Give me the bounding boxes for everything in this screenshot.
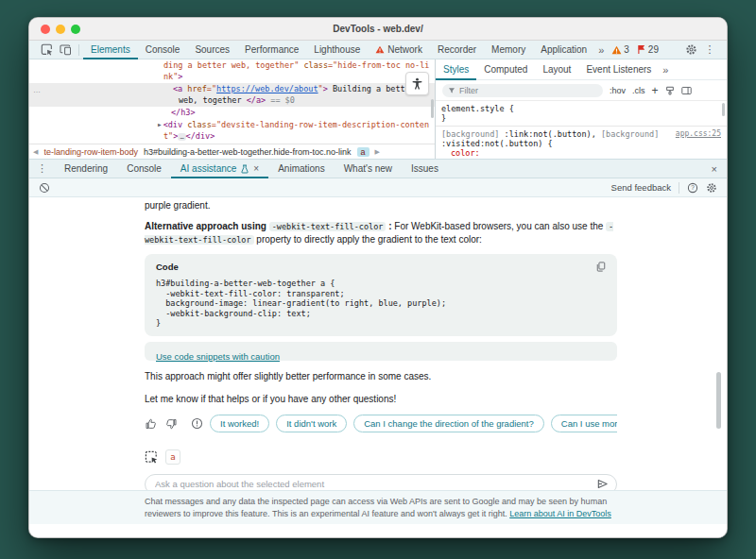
collapsed-content-ellipsis[interactable]: … — [178, 133, 185, 141]
drawer-close-button[interactable]: × — [702, 163, 727, 175]
devtools-drawer: ⋮ Rendering Console AI assistance × Anim… — [29, 159, 727, 537]
tab-event-listeners[interactable]: Event Listeners — [578, 59, 659, 80]
tab-styles[interactable]: Styles — [436, 59, 476, 80]
expand-arrow-icon[interactable]: ▶ — [158, 121, 162, 127]
suggestion-chip[interactable]: It worked! — [210, 415, 269, 432]
ai-tab-close-icon[interactable]: × — [253, 163, 259, 174]
css-rule-selector[interactable]: app.css:25 [background] :link:not(.butto… — [441, 129, 721, 139]
breadcrumb-item-selected[interactable]: a — [357, 147, 369, 157]
drawer-tab-whats-new[interactable]: What's new — [335, 159, 402, 178]
dom-row-selected[interactable]: web, together </a> == $0 — [179, 95, 295, 106]
desktop-background: DevTools - web.dev/ Elements Console Sou… — [0, 0, 756, 559]
new-style-rule-button[interactable]: + — [652, 84, 659, 97]
tab-computed[interactable]: Computed — [476, 59, 535, 80]
inspect-element-button[interactable] — [37, 42, 56, 59]
minimize-window-button[interactable] — [56, 25, 65, 34]
device-toolbar-button[interactable] — [56, 42, 75, 59]
inline-code: -webkit-text-fill-color — [269, 222, 387, 231]
tab-application[interactable]: Application — [533, 41, 594, 59]
css-property[interactable]: color: — [441, 148, 721, 158]
settings-button[interactable] — [681, 42, 700, 59]
breadcrumb-next-icon[interactable]: ▶ — [375, 148, 380, 156]
stylesheet-source-link[interactable]: app.css:25 — [676, 129, 721, 139]
class-toggle-button[interactable]: .cls — [632, 86, 645, 95]
tab-memory[interactable]: Memory — [484, 41, 533, 59]
breadcrumb: ◀ te-landing-row-item-body h3#building-a… — [29, 144, 435, 159]
tab-sources[interactable]: Sources — [187, 41, 237, 59]
suggestion-chip[interactable]: Can I use more than t — [551, 415, 617, 432]
learn-about-ai-link[interactable]: Learn about AI in DevTools — [509, 509, 611, 518]
devtools-main-area: … ding a better web, together" class="hi… — [29, 59, 727, 159]
send-icon — [596, 478, 609, 490]
tab-layout[interactable]: Layout — [535, 59, 578, 80]
dom-row[interactable]: t">…</div> — [163, 131, 215, 143]
gear-icon — [685, 43, 697, 56]
dom-row-selected[interactable]: <a href="https://web.dev/about"> Buildin… — [173, 84, 410, 94]
styles-filter-input[interactable]: Filter — [442, 84, 603, 97]
code-block-content[interactable]: h3#building-a-better-web-together a { -w… — [156, 279, 606, 329]
copy-code-button[interactable] — [596, 262, 606, 272]
thumbs-down-icon — [164, 417, 178, 431]
dom-row[interactable]: ▶<div class="devsite-landing-row-item-de… — [158, 119, 429, 130]
selected-element-chip[interactable]: a — [165, 449, 180, 465]
warning-triangle-icon — [611, 45, 622, 55]
drawer-tab-animations[interactable]: Animations — [268, 159, 334, 178]
breadcrumb-item-parent[interactable]: te-landing-row-item-body — [43, 147, 138, 157]
styles-rules: element.style { } app.css:25 [background… — [436, 101, 727, 159]
clear-chat-button[interactable] — [39, 182, 50, 194]
breadcrumb-item-h3[interactable]: h3#building-a-better-web-together.hide-f… — [144, 147, 352, 157]
href-link[interactable]: https://web.dev/about — [216, 84, 318, 93]
dom-row[interactable]: ding a better web, together" class="hide… — [163, 60, 429, 71]
accessibility-person-icon — [411, 77, 423, 90]
code-block: Code h3#building-a-better-web-together a… — [145, 254, 617, 336]
tab-network[interactable]: Network — [368, 41, 430, 59]
issues-badge[interactable]: 29 — [633, 44, 662, 55]
tab-elements[interactable]: Elements — [83, 41, 138, 59]
send-button[interactable] — [596, 478, 609, 490]
styles-more-tabs-button[interactable]: » — [659, 59, 672, 80]
thumbs-up-button[interactable] — [145, 417, 158, 431]
report-button[interactable] — [191, 417, 203, 430]
suggestion-chip[interactable]: Can I change the direction of the gradie… — [353, 415, 544, 432]
styles-sidebar: Styles Computed Layout Event Listeners »… — [436, 59, 727, 159]
rendering-emulation-button[interactable] — [665, 86, 675, 95]
tab-console[interactable]: Console — [138, 41, 188, 59]
dom-row[interactable]: nk"> — [163, 72, 182, 82]
zoom-window-button[interactable] — [71, 25, 80, 34]
close-window-button[interactable] — [41, 25, 50, 34]
tab-lighthouse[interactable]: Lighthouse — [306, 41, 368, 59]
dom-row[interactable]: </h3> — [171, 108, 196, 118]
code-caution-link[interactable]: Use code snippets with caution — [156, 351, 280, 362]
breadcrumb-prev-icon[interactable]: ◀ — [33, 148, 38, 156]
help-button[interactable]: ? — [687, 182, 698, 194]
pseudo-state-button[interactable]: :hov — [610, 86, 626, 95]
elements-scrollbar-thumb[interactable] — [431, 99, 434, 118]
styles-filter-bar: Filter :hov .cls + — [436, 80, 727, 101]
ai-conversation-area: purple gradient. Alternative approach us… — [29, 197, 727, 490]
ask-input[interactable] — [155, 479, 596, 489]
more-tabs-button[interactable]: » — [594, 41, 608, 59]
drawer-tab-bar: ⋮ Rendering Console AI assistance × Anim… — [29, 159, 727, 178]
hover-inspect-badge[interactable] — [405, 72, 429, 95]
send-feedback-link[interactable]: Send feedback — [611, 182, 671, 193]
ai-settings-button[interactable] — [706, 182, 717, 194]
element-style-rule[interactable]: element.style { — [441, 104, 721, 113]
feedback-row: It worked! It didn't work Can I change t… — [145, 414, 617, 434]
select-element-button[interactable] — [145, 450, 158, 464]
node-overflow-ellipsis[interactable]: … — [33, 86, 41, 94]
chat-scrollbar-thumb[interactable] — [716, 372, 721, 429]
drawer-tab-ai-assistance[interactable]: AI assistance × — [171, 159, 268, 178]
suggestion-chip[interactable]: It didn't work — [276, 415, 347, 432]
errors-badge[interactable]: 3 — [608, 44, 633, 55]
tab-performance[interactable]: Performance — [237, 41, 306, 59]
tab-recorder[interactable]: Recorder — [430, 41, 484, 59]
computed-sidebar-toggle-button[interactable] — [681, 86, 692, 95]
thumbs-down-button[interactable] — [164, 417, 178, 431]
customize-devtools-button[interactable]: ⋮ — [700, 42, 719, 59]
styles-scrollbar-thumb[interactable] — [722, 103, 725, 116]
window-titlebar: DevTools - web.dev/ — [29, 18, 727, 41]
drawer-tab-console[interactable]: Console — [117, 159, 171, 178]
drawer-tab-rendering[interactable]: Rendering — [55, 159, 117, 178]
drawer-menu-button[interactable]: ⋮ — [29, 162, 55, 175]
drawer-tab-issues[interactable]: Issues — [402, 159, 448, 178]
